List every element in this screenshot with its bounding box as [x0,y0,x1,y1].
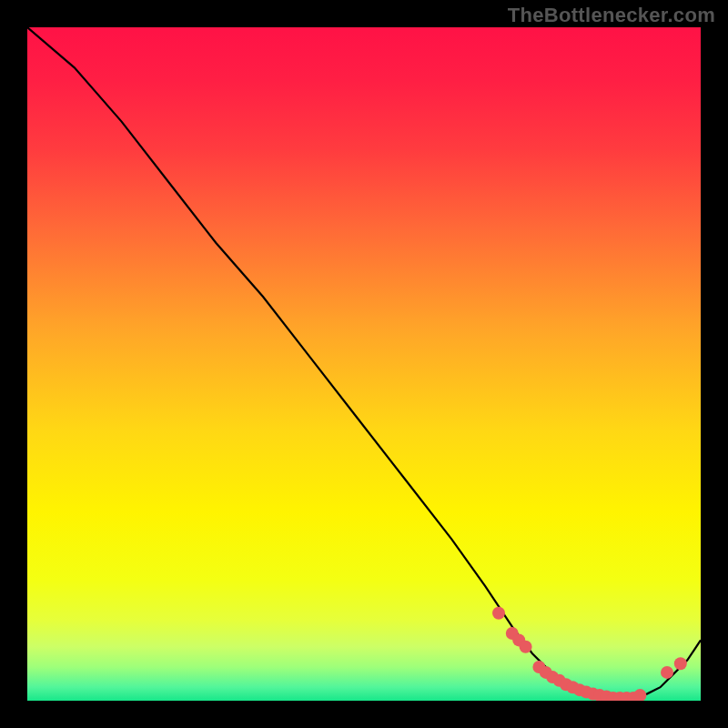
chart-stage: TheBottlenecker.com [0,0,728,728]
watermark-text: TheBottlenecker.com [508,4,715,27]
curve-marker [661,666,673,679]
chart-svg [27,27,701,701]
plot-area [27,27,701,701]
curve-marker [674,657,687,670]
curve-marker [492,607,505,620]
curve-marker [520,641,532,653]
gradient-background [27,27,701,701]
